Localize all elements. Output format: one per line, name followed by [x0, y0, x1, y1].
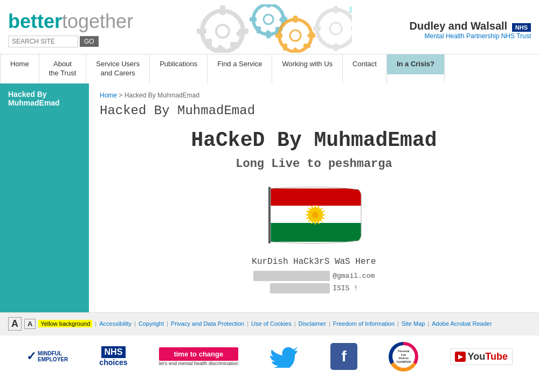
footer-links-bar: A A Yellow background | Accessibility | …: [0, 312, 539, 335]
yellow-background-link[interactable]: Yellow background: [38, 320, 92, 327]
ttc-main: time to change: [159, 347, 238, 361]
main-nav: Home Aboutthe Trust Service Usersand Car…: [0, 54, 539, 83]
search-area: GO: [8, 36, 133, 47]
hacked-info: KurDish HaCk3rS WaS Here ████████ @gmail…: [100, 257, 528, 293]
ttc-sub: let's end mental health discrimination: [159, 361, 238, 366]
page-header: bettertogether GO: [0, 0, 539, 54]
logo: bettertogether: [8, 12, 133, 31]
breadcrumb-separator: >: [119, 92, 124, 99]
gears-decoration: [190, 4, 352, 53]
mindful-text: MINDFUL: [38, 351, 68, 356]
time-to-change-logo: time to change let's end mental health d…: [159, 347, 238, 366]
svg-rect-19: [257, 26, 261, 33]
email-line: ████████ @gmail.com: [100, 271, 528, 281]
nhs-badge: NHS: [512, 23, 531, 32]
svg-rect-32: [334, 6, 338, 13]
nav-item-crisis[interactable]: In a Crisis?: [387, 54, 445, 83]
logo-better: better: [8, 10, 62, 32]
youtube-logo[interactable]: ▶ YouTube: [450, 348, 513, 365]
flag-container: [100, 184, 528, 246]
svg-rect-35: [313, 26, 321, 31]
accessibility-large-a[interactable]: A: [8, 317, 22, 331]
trust-name: Dudley and Walsall: [410, 20, 508, 32]
footer-link-foi[interactable]: Freedom of Information: [333, 320, 395, 327]
svg-rect-15: [250, 17, 257, 22]
mindful-employer-logo: ✓ MINDFUL EMPLOYER: [26, 349, 68, 363]
footer-link-cookies[interactable]: Use of Cookies: [251, 320, 292, 327]
hacked-sub: Long Live to peshmarga: [100, 157, 528, 171]
svg-rect-34: [351, 26, 352, 31]
kurdish-flag: [264, 184, 364, 246]
svg-point-1: [216, 25, 229, 38]
nav-item-working[interactable]: Working with Us: [272, 54, 343, 83]
footer-logos-bar: ✓ MINDFUL EMPLOYER NHS choices time to c…: [0, 335, 539, 378]
content-wrapper: Hacked By MuhmadEmad Home > Hacked By Mu…: [0, 83, 539, 312]
hacked-main-section: HaCkeD By MuhmadEmad Long Live to peshma…: [100, 129, 528, 293]
footer-link-copyright[interactable]: Copyright: [139, 320, 164, 327]
svg-rect-9: [206, 39, 212, 48]
svg-rect-7: [230, 42, 240, 47]
svg-rect-22: [293, 16, 298, 23]
footer-link-privacy[interactable]: Privacy and Data Protection: [171, 320, 244, 327]
footer-link-accessibility[interactable]: Accessibility: [99, 320, 132, 327]
nav-item-about[interactable]: Aboutthe Trust: [39, 54, 87, 83]
logo-together: together: [62, 10, 133, 32]
nhs-logo-text: NHS: [101, 346, 126, 358]
svg-point-31: [330, 23, 342, 34]
svg-rect-2: [220, 5, 225, 15]
trust-info: Dudley and Walsall NHS Mental Health Par…: [410, 20, 531, 40]
nav-item-contact[interactable]: Contact: [343, 54, 387, 83]
nav-item-find-service[interactable]: Find a Service: [208, 54, 272, 83]
svg-rect-39: [271, 223, 361, 242]
svg-rect-36: [268, 187, 271, 243]
footer-link-sitemap[interactable]: Site Map: [402, 320, 425, 327]
search-input[interactable]: [8, 36, 78, 47]
twitter-bird-icon: [270, 344, 299, 368]
page-title: Hacked By MuhmadEmad: [100, 103, 528, 118]
breadcrumb-current: Hacked By MuhmadEmad: [125, 92, 199, 99]
svg-rect-27: [303, 44, 310, 48]
mindful-checkmark: ✓: [26, 349, 36, 363]
trust-subtitle: Mental Health Partnership NHS Trust: [410, 32, 531, 40]
personal-fair-diverse-logo: PersonalFairDiverseCHAMPION: [389, 342, 418, 372]
breadcrumb-home[interactable]: Home: [100, 92, 117, 99]
header-gears: [133, 4, 409, 55]
svg-rect-25: [275, 33, 282, 38]
svg-point-30: [317, 10, 352, 47]
svg-rect-29: [283, 44, 287, 51]
svg-point-21: [290, 30, 301, 41]
isis-line: ISIS !: [333, 284, 358, 292]
kurdish-line: KurDish HaCk3rS WaS Here: [100, 257, 528, 267]
twitter-logo[interactable]: [270, 344, 299, 369]
svg-point-11: [264, 15, 273, 24]
svg-rect-37: [271, 188, 361, 206]
sidebar-item-hacked[interactable]: Hacked By MuhmadEmad: [0, 83, 89, 114]
youtube-text: YouTube: [468, 351, 508, 362]
main-content: Home > Hacked By MuhmadEmad Hacked By Mu…: [89, 83, 539, 312]
email-suffix: @gmail.com: [333, 272, 375, 280]
svg-rect-12: [266, 4, 271, 8]
logo-area: bettertogether GO: [8, 12, 133, 47]
svg-point-41: [312, 212, 319, 218]
nav-item-home[interactable]: Home: [0, 54, 39, 83]
diversity-text: PersonalFairDiverseCHAMPION: [392, 345, 415, 368]
svg-rect-5: [197, 29, 206, 34]
search-button[interactable]: GO: [80, 36, 99, 47]
nav-item-service-users[interactable]: Service Usersand Carers: [86, 54, 150, 83]
isis-blurred: ████: [270, 283, 330, 293]
accessibility-small-a[interactable]: A: [24, 319, 36, 329]
breadcrumb: Home > Hacked By MuhmadEmad: [100, 92, 528, 99]
nhs-choices-logo: NHS choices: [99, 346, 127, 367]
hacked-heading: HaCkeD By MuhmadEmad: [100, 129, 528, 152]
choices-text: choices: [99, 358, 127, 367]
svg-rect-18: [265, 30, 273, 38]
youtube-play-icon: ▶: [455, 352, 466, 362]
svg-rect-33: [334, 44, 338, 51]
footer-link-disclaimer[interactable]: Disclaimer: [299, 320, 326, 327]
facebook-logo[interactable]: f: [330, 343, 357, 370]
employer-text: EMPLOYER: [38, 356, 68, 362]
footer-link-acrobat[interactable]: Adobe Acrobat Reader: [432, 320, 492, 327]
sidebar: Hacked By MuhmadEmad: [0, 83, 89, 312]
email-blurred: ████████: [253, 271, 330, 281]
nav-item-publications[interactable]: Publications: [150, 54, 208, 83]
